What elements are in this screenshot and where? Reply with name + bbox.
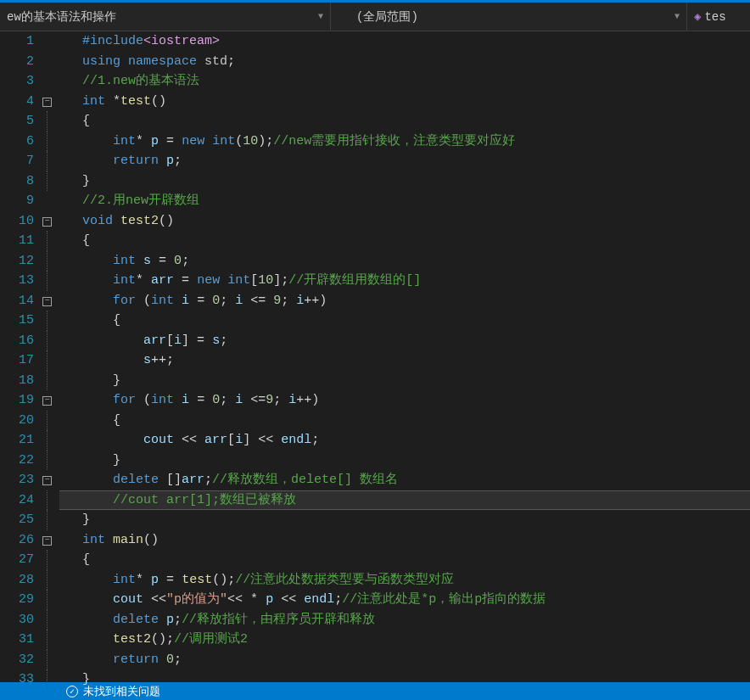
- code-line[interactable]: s++;: [59, 350, 750, 371]
- code-line[interactable]: void test2(): [59, 211, 750, 232]
- fold-guide: [42, 52, 59, 72]
- code-line[interactable]: {: [59, 231, 750, 251]
- code-line[interactable]: int s = 0;: [59, 251, 750, 272]
- code-editor[interactable]: 1234567891011121314151617181920212223242…: [0, 31, 750, 682]
- line-number: 2: [0, 52, 34, 72]
- code-line[interactable]: return 0;: [59, 650, 750, 670]
- code-line[interactable]: return p;: [59, 151, 750, 171]
- chevron-down-icon: ▼: [674, 12, 680, 21]
- fold-toggle[interactable]: −: [42, 470, 59, 490]
- line-number: 29: [0, 590, 34, 610]
- code-line[interactable]: delete p;//释放指针，由程序员开辟和释放: [59, 610, 750, 630]
- breadcrumb-global-label: (全局范围): [356, 9, 418, 25]
- breadcrumb-member[interactable]: ◈ tes: [687, 3, 750, 31]
- code-line[interactable]: }: [59, 371, 750, 391]
- code-line[interactable]: test2();//调用测试2: [59, 630, 750, 650]
- line-number: 17: [0, 350, 34, 371]
- code-line[interactable]: for (int i = 0; i <=9; i++): [59, 390, 750, 411]
- code-line[interactable]: int* p = new int(10);//new需要用指针接收，注意类型要对…: [59, 132, 750, 152]
- fold-guide: [42, 31, 59, 52]
- line-number: 16: [0, 331, 34, 351]
- fold-toggle[interactable]: −: [42, 92, 59, 112]
- line-number-gutter: 1234567891011121314151617181920212223242…: [0, 31, 42, 682]
- fold-guide: [42, 171, 59, 192]
- code-line[interactable]: delete []arr;//释放数组，delete[] 数组名: [59, 470, 750, 490]
- fold-guide: [42, 570, 59, 591]
- line-number: 19: [0, 390, 34, 411]
- code-line[interactable]: }: [59, 451, 750, 471]
- line-number: 23: [0, 470, 34, 490]
- fold-column[interactable]: −−−−−−: [42, 31, 59, 682]
- code-line[interactable]: {: [59, 311, 750, 331]
- fold-guide: [42, 510, 59, 530]
- fold-guide: [42, 610, 59, 630]
- code-line[interactable]: int* p = test();//注意此处数据类型要与函数类型对应: [59, 570, 750, 591]
- line-number: 11: [0, 231, 34, 251]
- code-area[interactable]: #include<iostream> using namespace std; …: [59, 31, 750, 682]
- fold-toggle[interactable]: −: [42, 390, 59, 411]
- line-number: 24: [0, 490, 34, 511]
- fold-guide: [42, 650, 59, 670]
- code-line[interactable]: cout <<"p的值为"<< * p << endl;//注意此处是*p，输出…: [59, 590, 750, 610]
- code-line[interactable]: #include<iostream>: [59, 31, 750, 52]
- fold-toggle[interactable]: −: [42, 291, 59, 311]
- cube-icon: ◈: [694, 9, 701, 24]
- code-line[interactable]: }: [59, 669, 750, 690]
- fold-guide: [42, 71, 59, 92]
- line-number: 5: [0, 111, 34, 132]
- code-line[interactable]: for (int i = 0; i <= 9; i++): [59, 291, 750, 311]
- line-number: 13: [0, 271, 34, 291]
- line-number: 20: [0, 411, 34, 431]
- line-number: 25: [0, 510, 34, 530]
- line-number: 1: [0, 31, 34, 52]
- fold-guide: [42, 550, 59, 570]
- code-line[interactable]: {: [59, 550, 750, 570]
- code-line[interactable]: using namespace std;: [59, 52, 750, 72]
- fold-guide: [42, 411, 59, 431]
- code-line[interactable]: //2.用new开辟数组: [59, 191, 750, 211]
- breadcrumb-bar: ew的基本语法和操作 ▼ (全局范围) ▼ ◈ tes: [0, 3, 750, 31]
- line-number: 6: [0, 132, 34, 152]
- code-line[interactable]: }: [59, 171, 750, 192]
- line-number: 32: [0, 650, 34, 670]
- line-number: 9: [0, 191, 34, 211]
- fold-guide: [42, 451, 59, 471]
- line-number: 12: [0, 251, 34, 272]
- fold-toggle[interactable]: −: [42, 530, 59, 551]
- fold-guide: [42, 271, 59, 291]
- code-line[interactable]: int* arr = new int[10];//开辟数组用数组的[]: [59, 271, 750, 291]
- breadcrumb-scope[interactable]: ew的基本语法和操作 ▼: [0, 3, 331, 31]
- line-number: 22: [0, 451, 34, 471]
- line-number: 8: [0, 171, 34, 192]
- fold-guide: [42, 350, 59, 371]
- fold-guide: [42, 132, 59, 152]
- line-number: 21: [0, 430, 34, 451]
- chevron-down-icon: ▼: [318, 12, 323, 21]
- breadcrumb-global[interactable]: (全局范围) ▼: [331, 3, 687, 31]
- code-line[interactable]: //cout arr[1];数组已被释放: [59, 490, 750, 511]
- code-line[interactable]: int *test(): [59, 92, 750, 112]
- fold-guide: [42, 490, 59, 511]
- line-number: 30: [0, 610, 34, 630]
- code-line[interactable]: {: [59, 411, 750, 431]
- line-number: 10: [0, 211, 34, 232]
- code-line[interactable]: cout << arr[i] << endl;: [59, 430, 750, 451]
- fold-toggle[interactable]: −: [42, 211, 59, 232]
- breadcrumb-member-label: tes: [704, 10, 725, 24]
- line-number: 3: [0, 71, 34, 92]
- line-number: 18: [0, 371, 34, 391]
- line-number: 27: [0, 550, 34, 570]
- fold-guide: [42, 630, 59, 650]
- code-line[interactable]: //1.new的基本语法: [59, 71, 750, 92]
- fold-guide: [42, 669, 59, 690]
- line-number: 4: [0, 92, 34, 112]
- line-number: 26: [0, 530, 34, 551]
- breadcrumb-scope-label: ew的基本语法和操作: [7, 9, 116, 25]
- code-line[interactable]: int main(): [59, 530, 750, 551]
- code-line[interactable]: }: [59, 510, 750, 530]
- line-number: 31: [0, 630, 34, 650]
- line-number: 28: [0, 570, 34, 591]
- code-line[interactable]: arr[i] = s;: [59, 331, 750, 351]
- line-number: 7: [0, 151, 34, 171]
- code-line[interactable]: {: [59, 111, 750, 132]
